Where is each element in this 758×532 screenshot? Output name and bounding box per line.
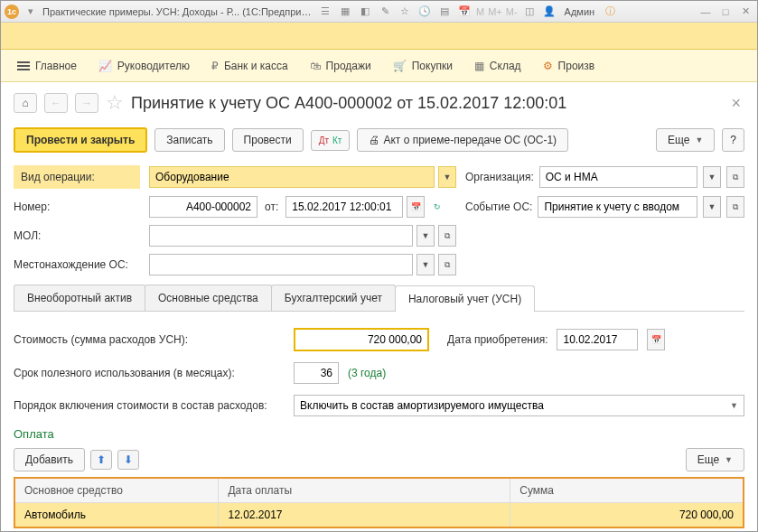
boxes-icon: ▦ xyxy=(474,60,484,72)
info-icon[interactable]: ⓘ xyxy=(602,4,618,20)
dropdown-button[interactable]: ▼ xyxy=(703,196,721,218)
m-minus-icon[interactable]: M xyxy=(476,6,484,17)
tab-accounting[interactable]: Бухгалтерский учет xyxy=(271,285,396,311)
event-input[interactable] xyxy=(538,196,697,218)
titlebar-icon[interactable]: ▦ xyxy=(337,4,353,20)
star-icon[interactable]: ☆ xyxy=(106,91,124,115)
basket-icon: 🛒 xyxy=(393,60,407,72)
nav-manager[interactable]: 📈 Руководителю xyxy=(89,54,199,78)
tab-bar: Внеоборотный актив Основные средства Бух… xyxy=(14,285,744,312)
titlebar-icon[interactable]: ☰ xyxy=(317,4,333,20)
date-label: от: xyxy=(261,201,282,213)
dropdown-icon[interactable]: ▾ xyxy=(23,4,39,20)
acq-date-input[interactable] xyxy=(557,329,638,350)
lifetime-input[interactable] xyxy=(294,362,339,384)
nav-menu[interactable]: Главное xyxy=(8,54,86,78)
nav-production[interactable]: ⚙ Произв xyxy=(534,54,604,78)
open-button[interactable]: ⧉ xyxy=(726,196,744,218)
minimize-icon[interactable]: — xyxy=(697,4,714,20)
home-button[interactable]: ⌂ xyxy=(14,93,37,113)
move-down-button[interactable]: ⬇ xyxy=(117,450,139,470)
post-and-close-button[interactable]: Провести и закрыть xyxy=(14,127,147,153)
open-button[interactable]: ⧉ xyxy=(726,166,744,188)
maximize-icon[interactable]: □ xyxy=(717,4,734,20)
titlebar-icon[interactable]: ✎ xyxy=(377,4,393,20)
nav-purchases[interactable]: 🛒 Покупки xyxy=(384,54,462,78)
table-row[interactable]: Автомобиль 12.02.2017 720 000,00 xyxy=(14,503,744,528)
dropdown-button[interactable]: ▼ xyxy=(416,225,435,247)
open-button[interactable]: ⧉ xyxy=(438,254,456,275)
table-more-button[interactable]: Еще▼ xyxy=(686,448,744,471)
refresh-icon[interactable]: ↻ xyxy=(428,196,446,218)
cost-label: Стоимость (сумма расходов УСН): xyxy=(14,333,285,346)
dt-kt-button[interactable]: ДтКт xyxy=(311,130,351,151)
history-icon[interactable]: 🕓 xyxy=(416,4,433,20)
dropdown-button[interactable]: ▼ xyxy=(438,166,456,188)
user-name: Админ xyxy=(561,6,599,17)
page-title: Принятие к учету ОС А400-000002 от 15.02… xyxy=(131,94,720,113)
number-input[interactable] xyxy=(149,196,257,218)
nav-label: Банк и касса xyxy=(224,60,288,72)
chevron-down-icon: ▼ xyxy=(695,135,703,145)
nav-warehouse[interactable]: ▦ Склад xyxy=(465,54,530,78)
nav-label: Главное xyxy=(35,60,77,72)
cell-date[interactable]: 12.02.2017 xyxy=(219,503,510,528)
col-sum[interactable]: Сумма xyxy=(510,478,744,503)
m-plus-icon[interactable]: M+ xyxy=(488,6,502,17)
forward-button[interactable]: → xyxy=(75,93,98,113)
m-icon[interactable]: M- xyxy=(506,6,518,17)
print-act-button[interactable]: 🖨Акт о приеме-передаче ОС (ОС-1) xyxy=(357,128,568,152)
add-row-button[interactable]: Добавить xyxy=(14,448,85,471)
table-header-row: Основное средство Дата оплаты Сумма xyxy=(14,478,744,503)
tab-fixed-assets[interactable]: Основные средства xyxy=(145,285,272,311)
nav-sales[interactable]: 🛍 Продажи xyxy=(301,54,380,78)
tab-asset[interactable]: Внеоборотный актив xyxy=(14,285,145,311)
calendar-button[interactable]: 📅 xyxy=(647,329,665,350)
cell-asset[interactable]: Автомобиль xyxy=(14,503,219,528)
nav-label: Склад xyxy=(490,60,521,72)
nav-label: Покупки xyxy=(412,60,453,72)
calc-icon[interactable]: ▤ xyxy=(436,4,453,20)
close-page-icon[interactable]: × xyxy=(727,94,744,113)
hamburger-icon xyxy=(17,61,30,70)
cart-icon: 🛍 xyxy=(310,60,321,72)
chevron-down-icon: ▼ xyxy=(730,401,738,410)
lifetime-label: Срок полезного использования (в месяцах)… xyxy=(14,367,285,379)
panel-icon[interactable]: ◫ xyxy=(521,4,538,20)
close-window-icon[interactable]: ✕ xyxy=(737,4,753,20)
event-label: Событие ОС: xyxy=(465,201,532,213)
more-button[interactable]: Еще▼ xyxy=(656,128,715,152)
cell-sum[interactable]: 720 000,00 xyxy=(510,503,744,528)
button-label: Акт о приеме-передаче ОС (ОС-1) xyxy=(383,134,557,146)
calendar-button[interactable]: 📅 xyxy=(407,196,425,218)
dropdown-button[interactable]: ▼ xyxy=(416,254,435,275)
date-input[interactable] xyxy=(285,196,403,218)
col-asset[interactable]: Основное средство xyxy=(14,478,219,503)
org-input[interactable] xyxy=(539,166,697,188)
kt-icon: Кт xyxy=(332,135,342,145)
acq-date-label: Дата приобретения: xyxy=(447,333,547,346)
save-button[interactable]: Записать xyxy=(154,128,224,152)
favorite-icon[interactable]: ☆ xyxy=(397,4,413,20)
mol-input[interactable] xyxy=(149,225,413,247)
main-nav: Главное 📈 Руководителю ₽ Банк и касса 🛍 … xyxy=(1,50,757,82)
operation-type-input[interactable] xyxy=(149,166,435,188)
nav-label: Руководителю xyxy=(117,60,190,72)
move-up-button[interactable]: ⬆ xyxy=(90,450,112,470)
lifetime-hint-link[interactable]: (3 года) xyxy=(348,367,386,379)
post-button[interactable]: Провести xyxy=(232,128,304,152)
titlebar-icon[interactable]: ◧ xyxy=(357,4,373,20)
toolbar-strip xyxy=(1,23,757,50)
back-button[interactable]: ← xyxy=(44,93,68,113)
select-value: Включить в состав амортизируемого имущес… xyxy=(300,399,544,412)
open-button[interactable]: ⧉ xyxy=(438,225,456,247)
dropdown-button[interactable]: ▼ xyxy=(703,166,721,188)
location-input[interactable] xyxy=(149,254,413,275)
include-select[interactable]: Включить в состав амортизируемого имущес… xyxy=(294,395,744,416)
col-date[interactable]: Дата оплаты xyxy=(219,478,510,503)
calendar-icon[interactable]: 📅 xyxy=(456,4,473,20)
help-button[interactable]: ? xyxy=(722,128,744,152)
tab-tax-usn[interactable]: Налоговый учет (УСН) xyxy=(395,285,535,312)
cost-input[interactable] xyxy=(294,328,429,351)
nav-bank[interactable]: ₽ Банк и касса xyxy=(202,54,297,78)
